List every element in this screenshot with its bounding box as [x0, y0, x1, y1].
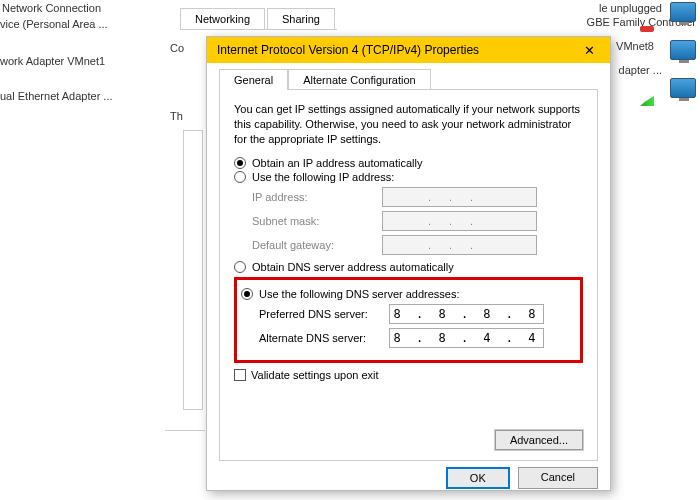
close-button[interactable]: ✕ [576, 37, 602, 63]
radio-label: Obtain an IP address automatically [252, 157, 422, 169]
ok-button[interactable]: OK [446, 467, 510, 489]
radio-icon [234, 261, 246, 273]
subnet-mask-field: Subnet mask: ... [252, 211, 583, 231]
dialog-title: Internet Protocol Version 4 (TCP/IPv4) P… [217, 43, 479, 57]
checkbox-label: Validate settings upon exit [251, 369, 379, 381]
tab-networking[interactable]: Networking [180, 8, 265, 29]
tab-general[interactable]: General [219, 69, 288, 90]
preferred-dns-input[interactable]: 8 . 8 . 8 . 8 [389, 304, 544, 324]
radio-ip-auto[interactable]: Obtain an IP address automatically [234, 157, 583, 169]
radio-label: Use the following DNS server addresses: [259, 288, 460, 300]
radio-label: Use the following IP address: [252, 171, 394, 183]
ip-radio-group: Obtain an IP address automatically Use t… [234, 157, 583, 255]
cancel-button[interactable]: Cancel [518, 467, 598, 489]
bg-adapter2: ual Ethernet Adapter ... [0, 90, 113, 102]
radio-icon [234, 171, 246, 183]
ip-address-input: ... [382, 187, 537, 207]
advanced-button[interactable]: Advanced... [495, 430, 583, 450]
tab-sharing[interactable]: Sharing [267, 8, 335, 29]
bg-listbox [183, 130, 203, 410]
bg-device: vice (Personal Area ... [0, 18, 108, 30]
bg-vmnet8: VMnet8 [616, 40, 654, 52]
field-label: Subnet mask: [252, 215, 382, 227]
titlebar: Internet Protocol Version 4 (TCP/IPv4) P… [207, 37, 610, 63]
ipv4-properties-dialog: Internet Protocol Version 4 (TCP/IPv4) P… [206, 36, 611, 491]
gateway-field: Default gateway: ... [252, 235, 583, 255]
dialog-tabs: General Alternate Configuration [219, 69, 610, 90]
validate-checkbox-row[interactable]: Validate settings upon exit [234, 369, 583, 381]
bg-adapter1: work Adapter VMnet1 [0, 55, 105, 67]
radio-dns-auto[interactable]: Obtain DNS server address automatically [234, 261, 583, 273]
radio-dns-manual[interactable]: Use the following DNS server addresses: [241, 288, 572, 300]
dialog-buttons: OK Cancel [207, 461, 610, 495]
preferred-dns-field: Preferred DNS server: 8 . 8 . 8 . 8 [259, 304, 572, 324]
monitor-icon [670, 2, 696, 22]
ip-address-field: IP address: ... [252, 187, 583, 207]
tab-content: You can get IP settings assigned automat… [219, 89, 598, 461]
alternate-dns-input[interactable]: 8 . 8 . 4 . 4 [389, 328, 544, 348]
bg-heading: Network Connection [2, 2, 101, 14]
subnet-mask-input: ... [382, 211, 537, 231]
adapter-tabs: Networking Sharing [180, 8, 337, 30]
bg-th-label: Th [170, 110, 183, 122]
radio-icon [241, 288, 253, 300]
gateway-input: ... [382, 235, 537, 255]
dns-section: Obtain DNS server address automatically … [234, 261, 583, 363]
checkbox-icon [234, 369, 246, 381]
signal-icon [640, 96, 654, 106]
bg-unplugged: le unplugged [599, 2, 662, 14]
field-label: Alternate DNS server: [259, 332, 389, 344]
monitor-icon [670, 40, 696, 60]
field-label: Default gateway: [252, 239, 382, 251]
radio-icon [234, 157, 246, 169]
bg-adapter-right: dapter ... [619, 64, 662, 76]
description-text: You can get IP settings assigned automat… [234, 102, 583, 147]
radio-ip-manual[interactable]: Use the following IP address: [234, 171, 583, 183]
field-label: IP address: [252, 191, 382, 203]
field-label: Preferred DNS server: [259, 308, 389, 320]
alternate-dns-field: Alternate DNS server: 8 . 8 . 4 . 4 [259, 328, 572, 348]
bg-co-label: Co [170, 42, 184, 54]
bg-divider [165, 430, 205, 431]
tab-alternate-config[interactable]: Alternate Configuration [288, 69, 431, 90]
error-icon [640, 26, 654, 32]
monitor-icon [670, 78, 696, 98]
radio-label: Obtain DNS server address automatically [252, 261, 454, 273]
dns-highlight-box: Use the following DNS server addresses: … [234, 277, 583, 363]
